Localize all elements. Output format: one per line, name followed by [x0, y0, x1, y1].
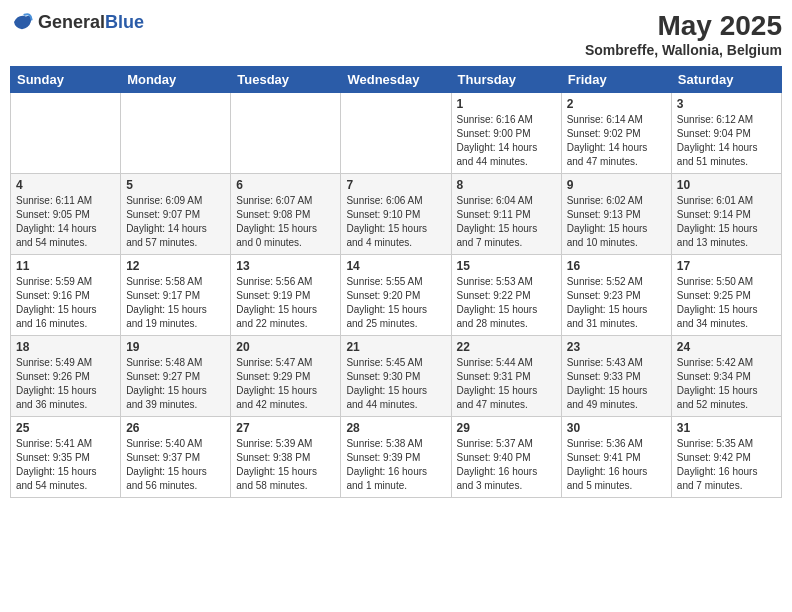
logo-blue: Blue — [105, 12, 144, 32]
table-row: 22Sunrise: 5:44 AM Sunset: 9:31 PM Dayli… — [451, 336, 561, 417]
logo-text: GeneralBlue — [38, 12, 144, 33]
table-row: 3Sunrise: 6:12 AM Sunset: 9:04 PM Daylig… — [671, 93, 781, 174]
table-row: 13Sunrise: 5:56 AM Sunset: 9:19 PM Dayli… — [231, 255, 341, 336]
table-row: 27Sunrise: 5:39 AM Sunset: 9:38 PM Dayli… — [231, 417, 341, 498]
location-title: Sombreffe, Wallonia, Belgium — [585, 42, 782, 58]
table-row — [341, 93, 451, 174]
day-number: 10 — [677, 178, 776, 192]
day-number: 30 — [567, 421, 666, 435]
cell-daylight-text: Sunrise: 5:42 AM Sunset: 9:34 PM Dayligh… — [677, 356, 776, 412]
cell-daylight-text: Sunrise: 5:45 AM Sunset: 9:30 PM Dayligh… — [346, 356, 445, 412]
cell-daylight-text: Sunrise: 6:02 AM Sunset: 9:13 PM Dayligh… — [567, 194, 666, 250]
logo-general: General — [38, 12, 105, 32]
day-number: 25 — [16, 421, 115, 435]
day-number: 14 — [346, 259, 445, 273]
cell-daylight-text: Sunrise: 5:38 AM Sunset: 9:39 PM Dayligh… — [346, 437, 445, 493]
table-row: 1Sunrise: 6:16 AM Sunset: 9:00 PM Daylig… — [451, 93, 561, 174]
table-row: 15Sunrise: 5:53 AM Sunset: 9:22 PM Dayli… — [451, 255, 561, 336]
table-row: 31Sunrise: 5:35 AM Sunset: 9:42 PM Dayli… — [671, 417, 781, 498]
cell-daylight-text: Sunrise: 5:58 AM Sunset: 9:17 PM Dayligh… — [126, 275, 225, 331]
calendar-week-row: 11Sunrise: 5:59 AM Sunset: 9:16 PM Dayli… — [11, 255, 782, 336]
day-number: 31 — [677, 421, 776, 435]
table-row: 26Sunrise: 5:40 AM Sunset: 9:37 PM Dayli… — [121, 417, 231, 498]
cell-daylight-text: Sunrise: 5:35 AM Sunset: 9:42 PM Dayligh… — [677, 437, 776, 493]
day-number: 1 — [457, 97, 556, 111]
header-monday: Monday — [121, 67, 231, 93]
logo: GeneralBlue — [10, 10, 144, 34]
cell-daylight-text: Sunrise: 5:47 AM Sunset: 9:29 PM Dayligh… — [236, 356, 335, 412]
logo-icon — [10, 10, 34, 34]
cell-daylight-text: Sunrise: 6:09 AM Sunset: 9:07 PM Dayligh… — [126, 194, 225, 250]
table-row: 6Sunrise: 6:07 AM Sunset: 9:08 PM Daylig… — [231, 174, 341, 255]
header-wednesday: Wednesday — [341, 67, 451, 93]
calendar-week-row: 1Sunrise: 6:16 AM Sunset: 9:00 PM Daylig… — [11, 93, 782, 174]
table-row: 9Sunrise: 6:02 AM Sunset: 9:13 PM Daylig… — [561, 174, 671, 255]
table-row: 12Sunrise: 5:58 AM Sunset: 9:17 PM Dayli… — [121, 255, 231, 336]
table-row — [121, 93, 231, 174]
cell-daylight-text: Sunrise: 6:11 AM Sunset: 9:05 PM Dayligh… — [16, 194, 115, 250]
calendar-week-row: 25Sunrise: 5:41 AM Sunset: 9:35 PM Dayli… — [11, 417, 782, 498]
cell-daylight-text: Sunrise: 5:52 AM Sunset: 9:23 PM Dayligh… — [567, 275, 666, 331]
day-number: 18 — [16, 340, 115, 354]
cell-daylight-text: Sunrise: 5:44 AM Sunset: 9:31 PM Dayligh… — [457, 356, 556, 412]
day-number: 23 — [567, 340, 666, 354]
day-number: 3 — [677, 97, 776, 111]
day-number: 24 — [677, 340, 776, 354]
day-number: 8 — [457, 178, 556, 192]
table-row: 4Sunrise: 6:11 AM Sunset: 9:05 PM Daylig… — [11, 174, 121, 255]
table-row: 28Sunrise: 5:38 AM Sunset: 9:39 PM Dayli… — [341, 417, 451, 498]
table-row: 21Sunrise: 5:45 AM Sunset: 9:30 PM Dayli… — [341, 336, 451, 417]
cell-daylight-text: Sunrise: 6:01 AM Sunset: 9:14 PM Dayligh… — [677, 194, 776, 250]
day-number: 26 — [126, 421, 225, 435]
table-row: 18Sunrise: 5:49 AM Sunset: 9:26 PM Dayli… — [11, 336, 121, 417]
table-row — [11, 93, 121, 174]
day-number: 29 — [457, 421, 556, 435]
table-row: 20Sunrise: 5:47 AM Sunset: 9:29 PM Dayli… — [231, 336, 341, 417]
cell-daylight-text: Sunrise: 5:49 AM Sunset: 9:26 PM Dayligh… — [16, 356, 115, 412]
day-number: 21 — [346, 340, 445, 354]
day-number: 20 — [236, 340, 335, 354]
cell-daylight-text: Sunrise: 5:55 AM Sunset: 9:20 PM Dayligh… — [346, 275, 445, 331]
cell-daylight-text: Sunrise: 6:14 AM Sunset: 9:02 PM Dayligh… — [567, 113, 666, 169]
table-row: 11Sunrise: 5:59 AM Sunset: 9:16 PM Dayli… — [11, 255, 121, 336]
cell-daylight-text: Sunrise: 6:07 AM Sunset: 9:08 PM Dayligh… — [236, 194, 335, 250]
cell-daylight-text: Sunrise: 5:41 AM Sunset: 9:35 PM Dayligh… — [16, 437, 115, 493]
page-header: GeneralBlue May 2025 Sombreffe, Wallonia… — [10, 10, 782, 58]
cell-daylight-text: Sunrise: 5:53 AM Sunset: 9:22 PM Dayligh… — [457, 275, 556, 331]
table-row: 25Sunrise: 5:41 AM Sunset: 9:35 PM Dayli… — [11, 417, 121, 498]
table-row: 19Sunrise: 5:48 AM Sunset: 9:27 PM Dayli… — [121, 336, 231, 417]
table-row: 16Sunrise: 5:52 AM Sunset: 9:23 PM Dayli… — [561, 255, 671, 336]
day-number: 12 — [126, 259, 225, 273]
cell-daylight-text: Sunrise: 5:43 AM Sunset: 9:33 PM Dayligh… — [567, 356, 666, 412]
table-row: 23Sunrise: 5:43 AM Sunset: 9:33 PM Dayli… — [561, 336, 671, 417]
day-number: 5 — [126, 178, 225, 192]
cell-daylight-text: Sunrise: 6:06 AM Sunset: 9:10 PM Dayligh… — [346, 194, 445, 250]
table-row: 24Sunrise: 5:42 AM Sunset: 9:34 PM Dayli… — [671, 336, 781, 417]
day-number: 16 — [567, 259, 666, 273]
day-number: 19 — [126, 340, 225, 354]
day-number: 2 — [567, 97, 666, 111]
cell-daylight-text: Sunrise: 5:59 AM Sunset: 9:16 PM Dayligh… — [16, 275, 115, 331]
title-block: May 2025 Sombreffe, Wallonia, Belgium — [585, 10, 782, 58]
day-number: 7 — [346, 178, 445, 192]
day-number: 13 — [236, 259, 335, 273]
cell-daylight-text: Sunrise: 6:16 AM Sunset: 9:00 PM Dayligh… — [457, 113, 556, 169]
calendar-week-row: 4Sunrise: 6:11 AM Sunset: 9:05 PM Daylig… — [11, 174, 782, 255]
day-number: 11 — [16, 259, 115, 273]
cell-daylight-text: Sunrise: 5:36 AM Sunset: 9:41 PM Dayligh… — [567, 437, 666, 493]
table-row: 2Sunrise: 6:14 AM Sunset: 9:02 PM Daylig… — [561, 93, 671, 174]
cell-daylight-text: Sunrise: 5:37 AM Sunset: 9:40 PM Dayligh… — [457, 437, 556, 493]
cell-daylight-text: Sunrise: 6:04 AM Sunset: 9:11 PM Dayligh… — [457, 194, 556, 250]
cell-daylight-text: Sunrise: 5:39 AM Sunset: 9:38 PM Dayligh… — [236, 437, 335, 493]
table-row — [231, 93, 341, 174]
header-tuesday: Tuesday — [231, 67, 341, 93]
day-number: 15 — [457, 259, 556, 273]
table-row: 30Sunrise: 5:36 AM Sunset: 9:41 PM Dayli… — [561, 417, 671, 498]
cell-daylight-text: Sunrise: 5:56 AM Sunset: 9:19 PM Dayligh… — [236, 275, 335, 331]
header-friday: Friday — [561, 67, 671, 93]
header-thursday: Thursday — [451, 67, 561, 93]
day-number: 27 — [236, 421, 335, 435]
day-number: 28 — [346, 421, 445, 435]
day-number: 4 — [16, 178, 115, 192]
day-number: 6 — [236, 178, 335, 192]
